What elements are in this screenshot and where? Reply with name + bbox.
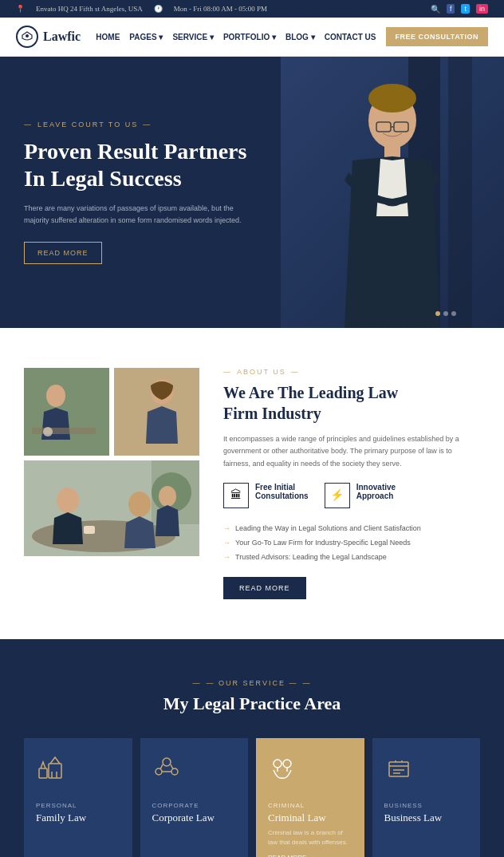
hero-content: LEAVE COURT TO US Proven Result Partners…	[24, 120, 255, 264]
family-law-category: PERSONAL	[36, 802, 77, 809]
facebook-icon[interactable]: f	[447, 4, 455, 14]
location-icon: 📍	[16, 5, 25, 13]
criminal-law-title: Criminal Law	[268, 812, 326, 824]
services-title: My Legal Practice Area	[24, 693, 480, 714]
bullet-1: Leading the Way in Legal Solutions and C…	[223, 521, 480, 535]
feature-approach: ⚡ Innovative Approach	[325, 483, 396, 508]
svg-rect-23	[39, 768, 47, 778]
criminal-law-read-more[interactable]: READ MORE →	[268, 854, 315, 857]
bullet-3: Trusted Advisors: Leading the Legal Land…	[223, 550, 480, 564]
consultations-icon: 🏛	[223, 483, 249, 508]
svg-point-34	[283, 760, 291, 768]
svg-rect-37	[389, 762, 408, 776]
corporate-law-category: CORPORATE	[152, 802, 199, 809]
hours-text: Mon - Fri 08:00 AM - 05:00 PM	[174, 5, 267, 13]
nav-portfolio[interactable]: PORTFOLIO ▾	[223, 33, 276, 41]
svg-point-12	[43, 427, 53, 436]
about-content: ABOUT US We Are The Leading Law Firm Ind…	[223, 368, 480, 599]
services-header: — OUR SERVICE — My Legal Practice Area	[24, 679, 480, 714]
about-features: 🏛 Free Initial Consultations ⚡ Innovativ…	[223, 483, 480, 508]
topbar: 📍 Envato HQ 24 Fifth st Angeles, USA 🕐 M…	[0, 0, 504, 18]
twitter-icon[interactable]: t	[461, 4, 470, 14]
business-law-icon	[384, 754, 413, 783]
dot-2[interactable]	[443, 311, 448, 316]
address-text: Envato HQ 24 Fifth st Angeles, USA	[36, 5, 143, 13]
navbar: Lawfic HOME PAGES ▾ SERVICE ▾ PORTFOLIO …	[0, 18, 504, 57]
about-description: It encompasses a wide range of principle…	[223, 433, 480, 470]
svg-rect-11	[32, 428, 96, 434]
services-grid-row1: PERSONAL Family Law CORPORATE Corporate …	[24, 738, 480, 857]
about-bullets: Leading the Way in Legal Solutions and C…	[223, 521, 480, 564]
svg-point-33	[274, 760, 282, 768]
business-law-category: BUSINESS	[384, 802, 423, 809]
bullet-2: Your Go-To Law Firm for Industry-Specifi…	[223, 535, 480, 550]
svg-point-0	[26, 34, 29, 38]
criminal-law-icon	[268, 754, 297, 783]
about-image-2	[114, 368, 199, 456]
hero-title: Proven Result Partners In Legal Success	[24, 138, 255, 192]
about-section: ABOUT US We Are The Leading Law Firm Ind…	[0, 328, 504, 639]
about-section-label: ABOUT US	[223, 368, 480, 376]
corporate-law-icon	[152, 754, 181, 783]
nav-service[interactable]: SERVICE ▾	[172, 33, 214, 41]
business-law-title: Business Law	[384, 812, 443, 824]
svg-point-29	[171, 768, 178, 775]
hero-read-more-button[interactable]: READ MORE	[24, 242, 102, 264]
clock-icon: 🕐	[154, 5, 163, 13]
svg-point-10	[46, 385, 65, 407]
about-images	[24, 368, 199, 556]
dot-1[interactable]	[435, 311, 440, 316]
corporate-law-title: Corporate Law	[152, 812, 215, 824]
topbar-social: 🔍 f t in	[431, 4, 488, 14]
svg-line-31	[171, 764, 173, 769]
svg-rect-24	[49, 764, 61, 778]
nav-contact[interactable]: CONTACT US	[325, 33, 376, 41]
about-image-3	[24, 460, 199, 556]
hero-label: LEAVE COURT TO US	[24, 120, 255, 128]
service-card-business[interactable]: BUSINESS Business Law	[372, 738, 481, 857]
hero-dots	[435, 311, 456, 316]
about-title: We Are The Leading Law Firm Industry	[223, 382, 480, 424]
hero-description: There are many variations of passages of…	[24, 203, 255, 226]
family-law-title: Family Law	[36, 812, 86, 824]
service-card-family[interactable]: PERSONAL Family Law	[24, 738, 132, 857]
logo-text: Lawfic	[43, 30, 81, 44]
family-law-icon	[36, 754, 65, 783]
nav-links: HOME PAGES ▾ SERVICE ▾ PORTFOLIO ▾ BLOG …	[96, 27, 488, 46]
nav-blog[interactable]: BLOG ▾	[285, 33, 315, 41]
approach-icon: ⚡	[325, 483, 350, 508]
nav-pages[interactable]: PAGES ▾	[129, 33, 163, 41]
logo[interactable]: Lawfic	[16, 26, 81, 48]
svg-line-30	[160, 764, 163, 769]
svg-point-19	[57, 488, 79, 513]
dot-3[interactable]	[451, 311, 456, 316]
svg-point-27	[163, 758, 171, 766]
service-card-criminal[interactable]: CRIMINAL Criminal Law Criminal law is a …	[256, 738, 364, 857]
instagram-icon[interactable]: in	[476, 4, 488, 14]
feature-approach-text: Innovative Approach	[356, 483, 396, 500]
about-image-1	[24, 368, 109, 456]
svg-point-20	[128, 492, 151, 517]
about-read-more-button[interactable]: READ MORE	[223, 577, 306, 599]
logo-icon	[16, 26, 38, 48]
svg-point-28	[156, 768, 162, 775]
svg-rect-22	[84, 526, 95, 534]
hero-image	[281, 57, 504, 328]
criminal-law-desc: Criminal law is a branch of law that dea…	[268, 828, 352, 847]
criminal-law-category: CRIMINAL	[268, 802, 305, 809]
services-section: — OUR SERVICE — My Legal Practice Area P…	[0, 639, 504, 857]
svg-point-4	[368, 84, 416, 113]
feature-consultations: 🏛 Free Initial Consultations	[223, 483, 309, 508]
service-card-corporate[interactable]: CORPORATE Corporate Law	[140, 738, 249, 857]
search-icon[interactable]: 🔍	[431, 5, 440, 14]
topbar-left: 📍 Envato HQ 24 Fifth st Angeles, USA 🕐 M…	[16, 5, 267, 13]
svg-rect-2	[448, 57, 472, 328]
services-section-label: — OUR SERVICE —	[24, 679, 480, 687]
hero-section: LEAVE COURT TO US Proven Result Partners…	[0, 57, 504, 328]
nav-home[interactable]: HOME	[96, 33, 120, 41]
free-consultation-button[interactable]: FREE CONSULTATION	[386, 27, 489, 46]
feature-consultations-text: Free Initial Consultations	[255, 483, 309, 500]
svg-point-21	[159, 486, 176, 507]
